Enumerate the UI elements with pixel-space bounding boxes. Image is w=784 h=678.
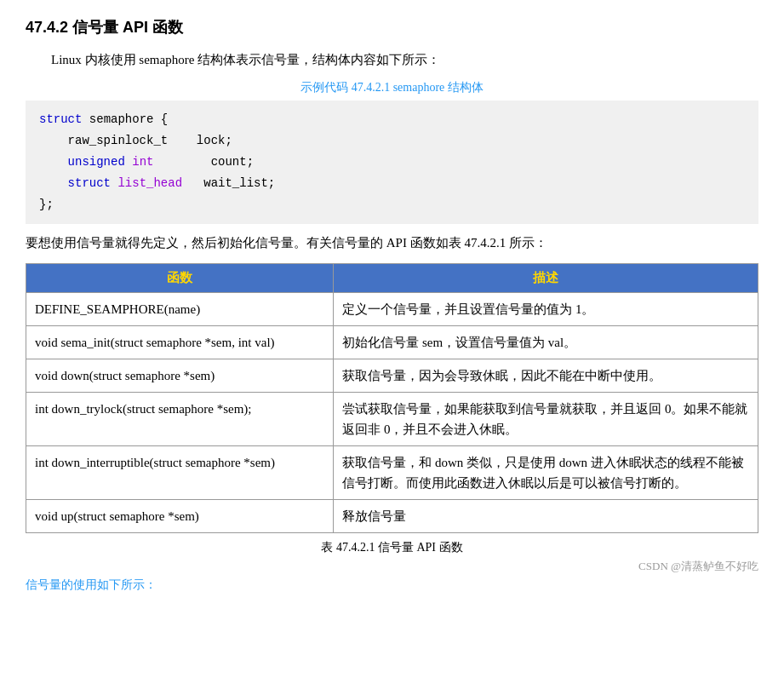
code-caption: 示例代码 47.4.2.1 semaphore 结构体 xyxy=(26,80,758,95)
table-cell-desc: 释放信号量 xyxy=(334,499,758,532)
kw-struct-1: struct xyxy=(39,112,82,126)
col-header-func: 函数 xyxy=(26,263,334,292)
api-table: 函数 描述 DEFINE_SEAMPHORE(name)定义一个信号量，并且设置… xyxy=(26,263,758,533)
table-cell-desc: 定义一个信号量，并且设置信号量的值为 1。 xyxy=(334,292,758,325)
kw-struct-2: struct xyxy=(39,176,111,190)
table-cell-func: int down_interruptible(struct semaphore … xyxy=(26,445,334,499)
code-text-4: wait_list; xyxy=(182,176,275,190)
code-line-5: }; xyxy=(39,194,745,215)
table-cell-func: void sema_init(struct semaphore *sem, in… xyxy=(26,325,334,359)
watermark: CSDN @清蒸鲈鱼不好吃 xyxy=(26,559,758,574)
table-caption: 表 47.4.2.1 信号量 API 函数 xyxy=(26,540,758,555)
table-cell-desc: 获取信号量，因为会导致休眠，因此不能在中断中使用。 xyxy=(334,359,758,392)
table-header-row: 函数 描述 xyxy=(26,263,758,292)
section-title: 47.4.2 信号量 API 函数 xyxy=(26,17,758,37)
table-row: void up(struct semaphore *sem)释放信号量 xyxy=(26,499,758,532)
type-list-head: list_head xyxy=(117,176,182,190)
table-row: int down_interruptible(struct semaphore … xyxy=(26,445,758,499)
code-text-1: semaphore { xyxy=(82,112,168,126)
table-cell-func: DEFINE_SEAMPHORE(name) xyxy=(26,292,334,325)
code-line-3: unsigned int count; xyxy=(39,152,745,173)
table-row: int down_trylock(struct semaphore *sem);… xyxy=(26,392,758,445)
intro-paragraph: Linux 内核使用 semaphore 结构体表示信号量，结构体内容如下所示： xyxy=(26,49,758,72)
kw-unsigned: unsigned xyxy=(39,155,125,169)
bottom-text: 信号量的使用如下所示： xyxy=(26,577,758,593)
table-cell-desc: 尝试获取信号量，如果能获取到信号量就获取，并且返回 0。如果不能就返回非 0，并… xyxy=(334,392,758,445)
code-block: struct semaphore { raw_spinlock_t lock; … xyxy=(26,101,758,225)
table-cell-func: int down_trylock(struct semaphore *sem); xyxy=(26,392,334,445)
table-cell-desc: 获取信号量，和 down 类似，只是使用 down 进入休眠状态的线程不能被信号… xyxy=(334,445,758,499)
code-text-5: }; xyxy=(39,198,54,211)
code-line-2: raw_spinlock_t lock; xyxy=(39,130,745,152)
code-line-4: struct list_head wait_list; xyxy=(39,173,745,194)
code-line-1: struct semaphore { xyxy=(39,109,745,130)
table-row: void down(struct semaphore *sem)获取信号量，因为… xyxy=(26,359,758,392)
table-row: void sema_init(struct semaphore *sem, in… xyxy=(26,325,758,359)
type-int: int xyxy=(132,155,153,169)
desc-paragraph: 要想使用信号量就得先定义，然后初始化信号量。有关信号量的 API 函数如表 47… xyxy=(26,233,758,255)
table-row: DEFINE_SEAMPHORE(name)定义一个信号量，并且设置信号量的值为… xyxy=(26,292,758,325)
table-cell-func: void up(struct semaphore *sem) xyxy=(26,499,334,532)
col-header-desc: 描述 xyxy=(334,263,758,292)
table-cell-func: void down(struct semaphore *sem) xyxy=(26,359,334,392)
code-text-2: raw_spinlock_t lock; xyxy=(39,134,232,147)
table-cell-desc: 初始化信号量 sem，设置信号量值为 val。 xyxy=(334,325,758,359)
code-text-3: count; xyxy=(153,155,254,169)
